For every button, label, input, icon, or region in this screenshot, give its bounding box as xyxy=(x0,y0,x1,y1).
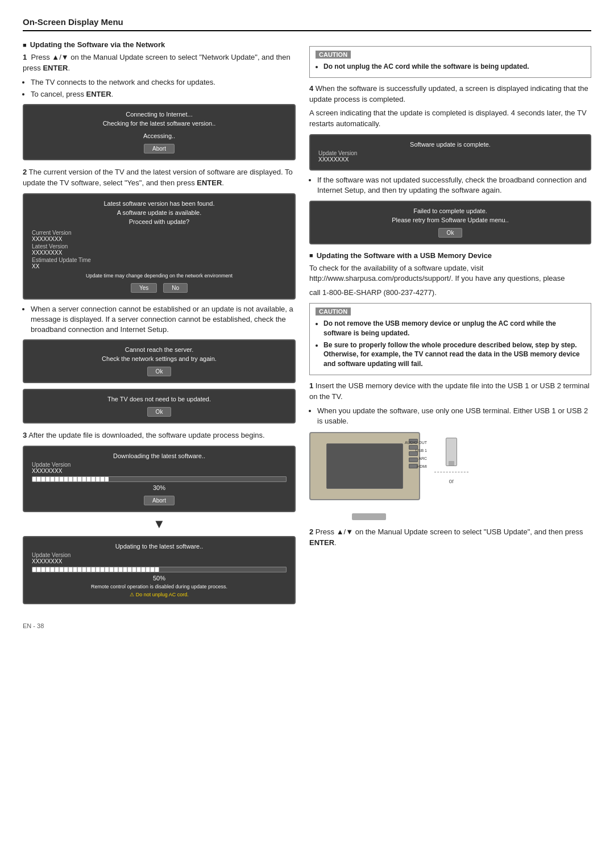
step1-block: 1 Press ▲/▼ on the Manual Update screen … xyxy=(23,52,296,160)
screen6-progress-fill xyxy=(32,567,159,572)
screen2-yes-btn[interactable]: Yes xyxy=(131,283,157,293)
usb-device-block: or xyxy=(434,438,468,484)
down-arrow: ▼ xyxy=(23,517,296,531)
step4-block: 4 When the software is successfully upda… xyxy=(309,84,591,244)
tv-screen-area xyxy=(326,443,403,489)
screen3-ok-btn[interactable]: Ok xyxy=(147,367,172,376)
step1-usb-block: 1 Insert the USB memory device with the … xyxy=(309,381,591,520)
screen2: Latest software version has been found. … xyxy=(23,193,296,300)
step2-usb-text: 2 Press ▲/▼ on the Manual Update screen … xyxy=(309,527,591,549)
step2-block: 2 The current version of the TV and the … xyxy=(23,167,296,423)
caution1-item-1: Do not unplug the AC cord while the soft… xyxy=(323,62,585,72)
caution-box-2: CAUTION Do not remove the USB memory dev… xyxy=(309,303,591,375)
step4-bullets: If the software was not updated successf… xyxy=(317,175,591,196)
screen7: Software update is complete. Update Vers… xyxy=(309,134,591,171)
section-network-update: Updating the Software via the Network 1 … xyxy=(23,40,296,604)
step1-usb-bullet: When you update the software, use only o… xyxy=(317,406,591,426)
caution2-title: CAUTION xyxy=(316,308,351,315)
usb-stick-vertical xyxy=(446,438,457,466)
caution2-item-2: Be sure to properly follow the whole pro… xyxy=(323,340,585,369)
screen5: Downloading the latest software.. Update… xyxy=(23,446,296,512)
step2-bullets: When a server connection cannot be estab… xyxy=(31,304,296,335)
or-label: or xyxy=(449,478,454,484)
screen4: The TV does not need to be updated. Ok xyxy=(23,389,296,423)
usb-connector xyxy=(449,461,454,466)
section2-text1: To check for the availability of a softw… xyxy=(309,263,591,285)
screen6-progress-bar xyxy=(32,567,287,572)
step3-text: 3 After the update file is downloaded, t… xyxy=(23,430,296,441)
caution2-item-1: Do not remove the USB memory device or u… xyxy=(323,319,585,338)
page-footer: EN - 38 xyxy=(23,622,591,629)
step1-bullet-1: The TV connects to the network and check… xyxy=(31,77,296,88)
screen8: Failed to complete update. Please retry … xyxy=(309,201,591,244)
step1-usb-text: 1 Insert the USB memory device with the … xyxy=(309,381,591,402)
caution2-list: Do not remove the USB memory device or u… xyxy=(323,319,585,369)
screen5-abort-btn[interactable]: Abort xyxy=(144,496,175,505)
tv-diagram-area: AUDIO OUT USB 1 ARC HDMI or xyxy=(309,432,591,520)
right-column: CAUTION Do not unplug the AC cord while … xyxy=(309,40,591,611)
caution1-list: Do not unplug the AC cord while the soft… xyxy=(323,62,585,72)
page-title: On-Screen Display Menu xyxy=(23,17,591,27)
footer-page-num: EN - 38 xyxy=(23,622,44,629)
step3-block: 3 After the update file is downloaded, t… xyxy=(23,430,296,604)
step1-bullet-2: To cancel, press ENTER. xyxy=(31,89,296,99)
port-labels: AUDIO OUT USB 1 ARC HDMI xyxy=(405,440,427,469)
screen5-progress-fill xyxy=(32,477,109,481)
tv-back-diagram: AUDIO OUT USB 1 ARC HDMI xyxy=(309,432,429,520)
screen2-no-btn[interactable]: No xyxy=(163,283,188,293)
screen3: Cannot reach the server. Check the netwo… xyxy=(23,339,296,383)
screen8-ok-btn[interactable]: Ok xyxy=(438,228,463,238)
step1-number: 1 xyxy=(23,53,27,61)
step1-text: 1 Press ▲/▼ on the Manual Update screen … xyxy=(23,52,296,74)
tv-body xyxy=(309,432,420,500)
step1-usb-bullets: When you update the software, use only o… xyxy=(317,406,591,426)
step4-bullet-1: If the software was not updated successf… xyxy=(317,175,591,196)
step4-subtext: A screen indicating that the update is c… xyxy=(309,108,591,130)
page-header: On-Screen Display Menu xyxy=(23,17,591,31)
caution-box-1: CAUTION Do not unplug the AC cord while … xyxy=(309,46,591,78)
section-network-title: Updating the Software via the Network xyxy=(23,40,296,49)
screen1-abort-btn[interactable]: Abort xyxy=(144,144,175,153)
screen4-ok-btn[interactable]: Ok xyxy=(147,407,172,417)
step2-usb-block: 2 Press ▲/▼ on the Manual Update screen … xyxy=(309,527,591,549)
caution1-title: CAUTION xyxy=(316,51,351,59)
screen6: Updating to the latest software.. Update… xyxy=(23,536,296,604)
section-usb-title: Updating the Software with a USB Memory … xyxy=(309,251,591,260)
screen1: Connecting to Internet... Checking for t… xyxy=(23,104,296,160)
left-column: Updating the Software via the Network 1 … xyxy=(23,40,296,611)
tv-stand xyxy=(352,513,386,520)
section2-text2: call 1-800-BE-SHARP (800-237-4277). xyxy=(309,288,591,298)
screen5-progress-bar xyxy=(32,476,287,482)
step2-bullet-1: When a server connection cannot be estab… xyxy=(31,304,296,335)
step2-text: 2 The current version of the TV and the … xyxy=(23,167,296,189)
step1-bullets: The TV connects to the network and check… xyxy=(31,77,296,99)
step4-text: 4 When the software is successfully upda… xyxy=(309,84,591,105)
or-divider xyxy=(434,472,468,472)
